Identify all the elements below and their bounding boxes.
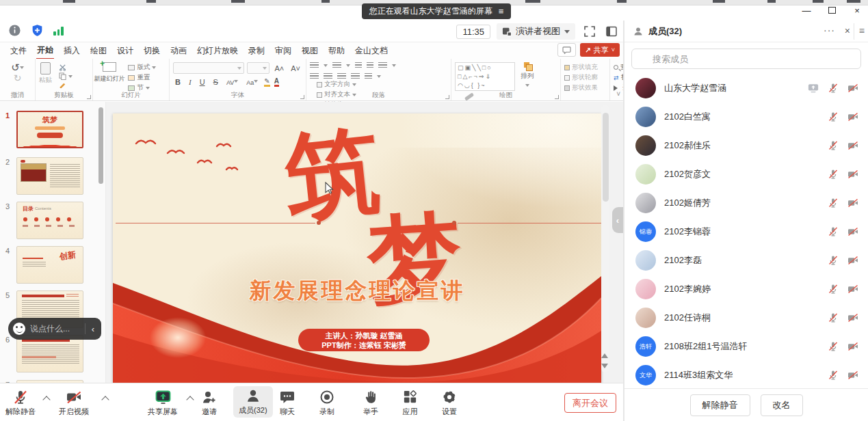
window-minimize-button[interactable]: —: [801, 5, 812, 16]
italic-button[interactable]: I: [187, 78, 194, 86]
tab-file[interactable]: 文件: [10, 43, 27, 59]
copy-button[interactable]: [59, 72, 73, 80]
share-options-chevron[interactable]: [186, 396, 194, 403]
network-quality-icon[interactable]: [53, 26, 64, 36]
rename-button[interactable]: 改名: [761, 394, 803, 416]
bullets-button[interactable]: [310, 62, 319, 69]
collapse-ribbon-button[interactable]: ˅: [616, 90, 620, 98]
settings-button[interactable]: 设置: [441, 388, 458, 417]
align-left-button[interactable]: [310, 73, 319, 80]
start-video-button[interactable]: 开启视频: [59, 388, 89, 417]
shapes-gallery[interactable]: ▢▣╲╲□○□△⌐¬⇒⇓◠◡{ }~: [455, 62, 515, 91]
change-case-button[interactable]: Aa: [244, 78, 260, 86]
tab-animations[interactable]: 动画: [170, 43, 187, 59]
highlight-color-button[interactable]: ✎: [264, 77, 269, 87]
tab-draw[interactable]: 绘图: [90, 43, 107, 59]
member-search-input[interactable]: [631, 49, 861, 69]
side-panel-toggle-button[interactable]: [604, 25, 619, 38]
apps-button[interactable]: 应用: [402, 388, 418, 417]
next-slide-button[interactable]: [601, 364, 608, 372]
reset-button[interactable]: 重置: [128, 73, 156, 82]
layout-button[interactable]: 版式: [128, 63, 156, 72]
undo-button[interactable]: ↺: [3, 62, 31, 72]
increase-indent-button[interactable]: [367, 62, 373, 69]
redo-button[interactable]: ↻: [3, 72, 31, 83]
tab-record[interactable]: 录制: [248, 43, 265, 59]
strikethrough-button[interactable]: S: [211, 78, 220, 86]
member-row[interactable]: 浩轩 2108班2组1号温浩轩: [624, 332, 868, 361]
leave-meeting-button[interactable]: 离开会议: [564, 393, 616, 413]
emoji-icon[interactable]: [13, 323, 25, 335]
member-row[interactable]: 锦蓉 2102李锦蓉: [624, 217, 868, 246]
member-row[interactable]: 2102李磊: [624, 246, 868, 275]
fullscreen-button[interactable]: [581, 25, 598, 38]
tab-kdocs[interactable]: 金山文档: [354, 43, 389, 59]
panel-collapse-handle[interactable]: ‹: [612, 207, 623, 233]
member-row[interactable]: 文华 2114班3组索文华: [624, 361, 868, 390]
member-row[interactable]: 2102任诗桐: [624, 303, 868, 332]
new-slide-button[interactable]: + 新建幻灯片: [96, 62, 122, 83]
tab-home[interactable]: 开始: [36, 42, 54, 59]
current-slide[interactable]: 筑 梦 新发展理念理论宣讲: [113, 113, 601, 385]
window-maximize-button[interactable]: [826, 5, 837, 16]
align-right-button[interactable]: [337, 73, 346, 80]
tab-help[interactable]: 帮助: [328, 43, 345, 59]
unmute-all-button[interactable]: 解除静音: [690, 394, 750, 416]
shape-outline-button[interactable]: 形状轮廓: [564, 73, 598, 82]
window-close-button[interactable]: ×: [852, 5, 863, 16]
meeting-security-icon[interactable]: [31, 24, 44, 37]
underline-button[interactable]: U: [198, 78, 207, 86]
font-family-select[interactable]: [173, 62, 244, 74]
panel-more-button[interactable]: ···: [824, 25, 835, 36]
unmute-button[interactable]: 解除静音: [5, 388, 36, 417]
justify-button[interactable]: [351, 73, 360, 80]
comments-button[interactable]: [557, 43, 576, 57]
slide-thumbnail-4[interactable]: 创新: [16, 246, 83, 284]
record-button[interactable]: 录制: [319, 388, 335, 417]
slide-thumbnail-2[interactable]: [16, 157, 83, 195]
tab-slideshow[interactable]: 幻灯片放映: [196, 43, 239, 59]
member-row[interactable]: 2102姬倩芳: [624, 189, 868, 217]
tab-review[interactable]: 审阅: [274, 43, 292, 59]
chat-collapse-icon[interactable]: ‹: [90, 324, 96, 334]
numbering-button[interactable]: [332, 62, 341, 69]
previous-slide-button[interactable]: [601, 350, 608, 358]
mic-options-chevron[interactable]: [42, 396, 50, 403]
member-row[interactable]: 2102李婉婷: [624, 275, 868, 303]
members-button[interactable]: 成员(32): [233, 386, 273, 418]
panel-menu-icon[interactable]: ≡: [859, 25, 865, 36]
chat-button[interactable]: 聊天: [279, 388, 295, 417]
arrange-button[interactable]: 排列: [521, 62, 534, 89]
banner-menu-icon[interactable]: ≡: [499, 6, 504, 16]
tab-view[interactable]: 视图: [301, 43, 319, 59]
text-direction-button[interactable]: 文字方向: [317, 80, 378, 89]
format-painter-button[interactable]: [59, 81, 73, 89]
share-screen-button[interactable]: 共享屏幕: [148, 388, 178, 417]
invite-button[interactable]: 邀请: [201, 388, 218, 417]
paste-button[interactable]: 粘贴: [39, 62, 52, 85]
member-row[interactable]: 2102白竺寓: [624, 103, 868, 131]
decrease-indent-button[interactable]: [355, 62, 362, 69]
video-options-chevron[interactable]: [101, 396, 109, 403]
tab-transitions[interactable]: 切换: [143, 43, 161, 59]
raise-hand-button[interactable]: 举手: [363, 388, 379, 417]
share-button[interactable]: 共享 ˅: [580, 43, 620, 57]
align-center-button[interactable]: [324, 73, 332, 80]
shrink-font-button[interactable]: A˅: [289, 64, 302, 72]
char-spacing-button[interactable]: AV: [224, 78, 240, 86]
tab-insert[interactable]: 插入: [63, 43, 81, 59]
slide-thumbnail-3[interactable]: 目录 Contents: [16, 202, 83, 239]
view-mode-dropdown[interactable]: 演讲者视图: [497, 23, 575, 40]
line-spacing-button[interactable]: [378, 62, 387, 69]
slide-scrollbar[interactable]: [601, 105, 609, 372]
tab-design[interactable]: 设计: [116, 43, 134, 59]
chat-input-placeholder[interactable]: 说点什么...: [30, 323, 80, 335]
bold-button[interactable]: B: [173, 78, 183, 86]
font-size-select[interactable]: [247, 62, 269, 74]
panel-close-button[interactable]: ×: [845, 25, 850, 36]
slide-thumbnail-6[interactable]: [16, 335, 83, 372]
grow-font-button[interactable]: A˄: [272, 64, 286, 72]
shape-fill-button[interactable]: 形状填充: [564, 63, 598, 72]
font-color-button[interactable]: A: [274, 77, 279, 87]
shape-effects-button[interactable]: 形状效果: [564, 83, 598, 92]
